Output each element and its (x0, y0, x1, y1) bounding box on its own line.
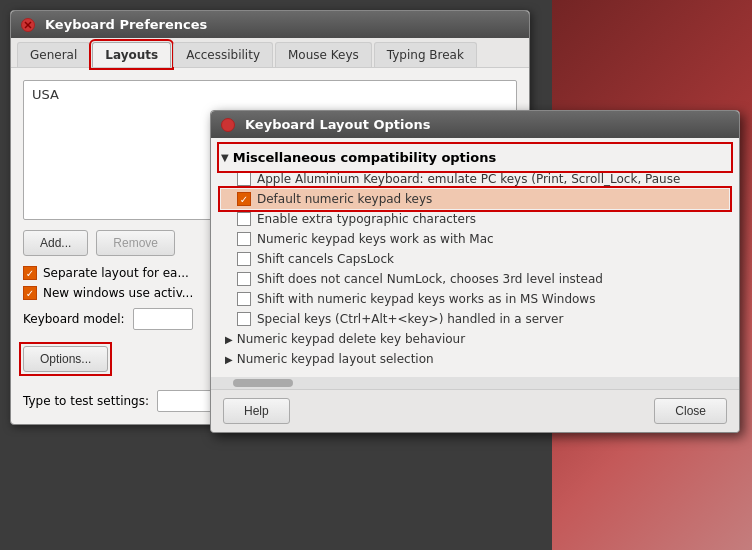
options-button[interactable]: Options... (23, 346, 108, 372)
option-numeric-mac-checkbox[interactable] (237, 232, 251, 246)
dialog-title: Keyboard Layout Options (245, 117, 430, 132)
option-apple-keyboard-label: Apple Aluminium Keyboard: emulate PC key… (257, 172, 680, 186)
option-default-numeric-checkbox[interactable] (237, 192, 251, 206)
horizontal-scrollbar[interactable] (211, 377, 739, 389)
dialog-title-bar: Keyboard Layout Options (211, 111, 739, 138)
option-numeric-mac[interactable]: Numeric keypad keys work as with Mac (221, 229, 729, 249)
tab-general[interactable]: General (17, 42, 90, 67)
dialog-body: ▼ Miscellaneous compatibility options Ap… (211, 138, 739, 389)
keyboard-model-input[interactable] (133, 308, 193, 330)
option-extra-typographic[interactable]: Enable extra typographic characters (221, 209, 729, 229)
separate-layout-checkbox[interactable] (23, 266, 37, 280)
window-title: Keyboard Preferences (45, 17, 207, 32)
option-shift-ms-windows[interactable]: Shift with numeric keypad keys works as … (221, 289, 729, 309)
overlay-dialog: Keyboard Layout Options ▼ Miscellaneous … (210, 110, 740, 433)
section-delete-behaviour[interactable]: ▶ Numeric keypad delete key behaviour (221, 329, 729, 349)
help-button[interactable]: Help (223, 398, 290, 424)
horizontal-scrollbar-thumb[interactable] (233, 379, 293, 387)
new-windows-checkbox[interactable] (23, 286, 37, 300)
options-button-wrapper: Options... (23, 346, 108, 372)
triangle-layout-icon: ▶ (225, 354, 233, 365)
new-windows-label: New windows use activ... (43, 286, 193, 300)
option-apple-keyboard[interactable]: Apple Aluminium Keyboard: emulate PC key… (221, 169, 729, 189)
option-shift-numlock[interactable]: Shift does not cancel NumLock, chooses 3… (221, 269, 729, 289)
close-button[interactable] (21, 18, 35, 32)
section-layout-selection[interactable]: ▶ Numeric keypad layout selection (221, 349, 729, 369)
title-bar: Keyboard Preferences (11, 11, 529, 38)
section-delete-label: Numeric keypad delete key behaviour (237, 332, 465, 346)
option-special-keys-server-checkbox[interactable] (237, 312, 251, 326)
option-shift-ms-windows-checkbox[interactable] (237, 292, 251, 306)
triangle-icon: ▼ (221, 152, 229, 163)
remove-button[interactable]: Remove (96, 230, 175, 256)
separate-layout-label: Separate layout for ea... (43, 266, 189, 280)
option-shift-capslock-checkbox[interactable] (237, 252, 251, 266)
dialog-close-button[interactable] (221, 118, 235, 132)
triangle-delete-icon: ▶ (225, 334, 233, 345)
section-misc-label: Miscellaneous compatibility options (233, 150, 497, 165)
option-extra-typographic-checkbox[interactable] (237, 212, 251, 226)
section-layout-label: Numeric keypad layout selection (237, 352, 434, 366)
tab-accessibility[interactable]: Accessibility (173, 42, 273, 67)
option-special-keys-server[interactable]: Special keys (Ctrl+Alt+<key>) handled in… (221, 309, 729, 329)
add-button[interactable]: Add... (23, 230, 88, 256)
section-misc-header[interactable]: ▼ Miscellaneous compatibility options (221, 146, 729, 169)
option-shift-capslock[interactable]: Shift cancels CapsLock (221, 249, 729, 269)
close-dialog-button[interactable]: Close (654, 398, 727, 424)
tabs-bar: General Layouts Accessibility Mouse Keys… (11, 38, 529, 68)
option-shift-capslock-label: Shift cancels CapsLock (257, 252, 394, 266)
test-settings-label: Type to test settings: (23, 394, 149, 408)
option-shift-numlock-checkbox[interactable] (237, 272, 251, 286)
tab-mouse-keys[interactable]: Mouse Keys (275, 42, 372, 67)
list-item[interactable]: USA (28, 85, 512, 104)
option-default-numeric[interactable]: Default numeric keypad keys (221, 189, 729, 209)
option-default-numeric-label: Default numeric keypad keys (257, 192, 432, 206)
option-special-keys-server-label: Special keys (Ctrl+Alt+<key>) handled in… (257, 312, 563, 326)
option-extra-typographic-label: Enable extra typographic characters (257, 212, 476, 226)
option-shift-numlock-label: Shift does not cancel NumLock, chooses 3… (257, 272, 603, 286)
keyboard-model-label: Keyboard model: (23, 312, 125, 326)
dialog-footer: Help Close (211, 389, 739, 432)
option-numeric-mac-label: Numeric keypad keys work as with Mac (257, 232, 494, 246)
tab-layouts[interactable]: Layouts (92, 42, 171, 67)
scrollable-content[interactable]: ▼ Miscellaneous compatibility options Ap… (211, 138, 739, 377)
option-apple-keyboard-checkbox[interactable] (237, 172, 251, 186)
tab-typing-break[interactable]: Typing Break (374, 42, 477, 67)
option-shift-ms-windows-label: Shift with numeric keypad keys works as … (257, 292, 595, 306)
